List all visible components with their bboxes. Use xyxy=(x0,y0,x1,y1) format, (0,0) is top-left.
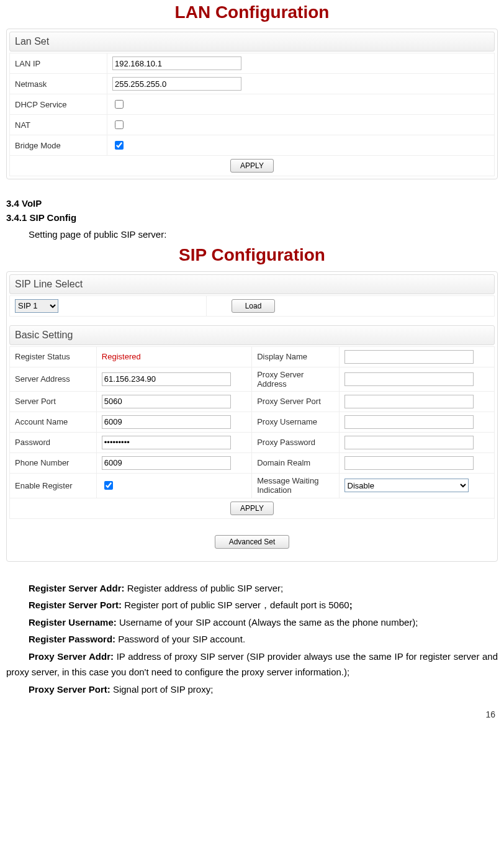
server-address-input[interactable] xyxy=(102,372,231,386)
proxy-server-port-label: Proxy Server Port xyxy=(252,391,339,412)
reg-password-t: Password of your SIP account. xyxy=(115,634,245,644)
proxy-username-label: Proxy Username xyxy=(252,412,339,432)
section-3-4-heading: 3.4 VoIP xyxy=(6,198,498,209)
phone-number-label: Phone Number xyxy=(10,452,97,473)
reg-server-port-t: Register port of public SIP server，defau… xyxy=(122,600,349,610)
proxy-password-label: Proxy Password xyxy=(252,432,339,452)
section-3-4-1-heading: 3.4.1 SIP Config xyxy=(6,212,498,223)
proxy-server-port-input[interactable] xyxy=(344,395,474,408)
mwi-label: Message Waiting Indication xyxy=(252,473,339,498)
nat-checkbox[interactable] xyxy=(115,120,124,129)
domain-realm-label: Domain Realm xyxy=(252,452,339,473)
page-number: 16 xyxy=(6,709,495,719)
sip-panel: SIP Line Select SIP 1 Load Basic Setting… xyxy=(6,271,498,562)
table-row: Phone Number Domain Realm xyxy=(10,452,495,473)
basic-setting-table: Register Status Registered Display Name … xyxy=(9,346,495,519)
proxy-server-port-t: Signal port of SIP proxy; xyxy=(110,684,214,695)
table-row: APPLY xyxy=(10,498,495,518)
password-label: Password xyxy=(10,432,97,452)
reg-username-t: Username of your SIP account (Always the… xyxy=(117,617,418,628)
table-row: Enable Register Message Waiting Indicati… xyxy=(10,473,495,498)
phone-number-input[interactable] xyxy=(102,456,231,470)
table-row: Server Port Proxy Server Port xyxy=(10,391,495,412)
reg-username-b: Register Username: xyxy=(29,617,117,628)
reg-server-port-semi: ; xyxy=(349,600,353,610)
table-row: Server Address Proxy Server Address xyxy=(10,367,495,391)
lan-config-title: LAN Configuration xyxy=(6,2,498,22)
server-port-input[interactable] xyxy=(102,395,231,408)
password-input[interactable] xyxy=(102,436,231,449)
lan-ip-label: LAN IP xyxy=(10,53,107,74)
advanced-set-button[interactable]: Advanced Set xyxy=(215,535,289,549)
display-name-input[interactable] xyxy=(344,350,474,364)
sip-apply-button[interactable]: APPLY xyxy=(230,502,274,515)
account-name-input[interactable] xyxy=(102,415,231,429)
table-row: DHCP Service xyxy=(10,94,495,115)
register-status-value: Registered xyxy=(102,352,141,361)
sip-config-title: SIP Configuration xyxy=(6,245,498,265)
enable-register-label: Enable Register xyxy=(10,473,97,498)
table-row: NAT xyxy=(10,115,495,135)
reg-server-addr-t: Register address of public SIP server; xyxy=(125,583,284,593)
proxy-password-input[interactable] xyxy=(344,436,474,449)
reg-password-b: Register Password: xyxy=(29,634,115,644)
reg-server-addr-b: Register Server Addr: xyxy=(29,583,125,593)
dhcp-checkbox[interactable] xyxy=(115,100,124,109)
proxy-server-port-b: Proxy Server Port: xyxy=(29,684,110,695)
table-row: Netmask xyxy=(10,74,495,94)
netmask-label: Netmask xyxy=(10,74,107,94)
bridge-label: Bridge Mode xyxy=(10,135,107,156)
proxy-server-addr-b: Proxy Server Addr: xyxy=(29,651,114,662)
sip-line-table: SIP 1 Load xyxy=(9,295,495,317)
sip-line-select-header: SIP Line Select xyxy=(9,274,495,294)
table-row: SIP 1 Load xyxy=(10,295,495,316)
proxy-server-address-label: Proxy Server Address xyxy=(252,367,339,391)
table-row: LAN IP xyxy=(10,53,495,74)
enable-register-checkbox[interactable] xyxy=(104,481,113,490)
lan-form-table: LAN IP Netmask DHCP Service NAT Bridge M… xyxy=(9,53,495,176)
lan-panel: Lan Set LAN IP Netmask DHCP Service NAT … xyxy=(6,29,498,179)
register-status-label: Register Status xyxy=(10,346,97,367)
domain-realm-input[interactable] xyxy=(344,456,474,470)
sip-line-select[interactable]: SIP 1 xyxy=(15,299,58,313)
mwi-select[interactable]: Disable xyxy=(344,479,469,492)
table-row: Bridge Mode xyxy=(10,135,495,156)
sip-setting-intro: Setting page of public SIP server: xyxy=(6,227,498,243)
table-row: Password Proxy Password xyxy=(10,432,495,452)
server-address-label: Server Address xyxy=(10,367,97,391)
proxy-server-address-input[interactable] xyxy=(344,372,474,386)
netmask-input[interactable] xyxy=(112,77,241,91)
display-name-label: Display Name xyxy=(252,346,339,367)
lan-apply-button[interactable]: APPLY xyxy=(230,159,274,173)
lan-ip-input[interactable] xyxy=(112,56,241,70)
proxy-username-input[interactable] xyxy=(344,415,474,429)
dhcp-label: DHCP Service xyxy=(10,94,107,115)
table-row: Register Status Registered Display Name xyxy=(10,346,495,367)
description-block: Register Server Addr: Register address o… xyxy=(6,580,498,698)
table-row: APPLY xyxy=(10,156,495,176)
basic-setting-header: Basic Setting xyxy=(9,325,495,345)
account-name-label: Account Name xyxy=(10,412,97,432)
server-port-label: Server Port xyxy=(10,391,97,412)
lan-set-header: Lan Set xyxy=(9,32,495,52)
load-button[interactable]: Load xyxy=(232,299,275,313)
reg-server-port-b: Register Server Port: xyxy=(29,600,122,610)
nat-label: NAT xyxy=(10,115,107,135)
table-row: Account Name Proxy Username xyxy=(10,412,495,432)
bridge-checkbox[interactable] xyxy=(115,141,124,150)
